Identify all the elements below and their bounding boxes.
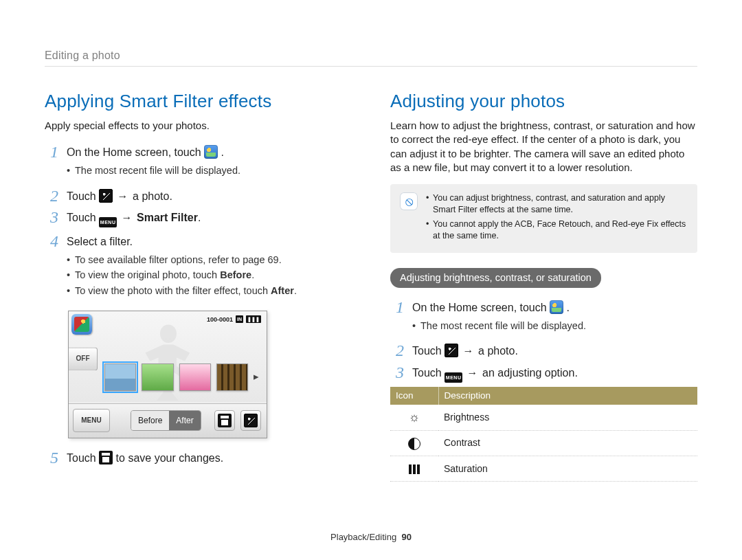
arrow-icon: → (120, 210, 134, 225)
chevron-right-icon[interactable]: ▸ (254, 370, 261, 383)
menu-icon: MENU (99, 217, 117, 227)
note-1: You can adjust brightness, contrast, and… (426, 192, 688, 216)
two-column-layout: Applying Smart Filter effects Apply spec… (45, 89, 697, 482)
brightness-icon (409, 410, 420, 424)
page-number: 90 (401, 532, 411, 542)
note-box: ⦸ You can adjust brightness, contrast, a… (390, 184, 697, 253)
saturation-icon (409, 464, 420, 474)
picture-icon (445, 344, 458, 357)
filter-thumbnails: ▸ (104, 361, 261, 394)
table-row: Saturation (390, 456, 697, 481)
save-icon (99, 451, 113, 464)
step-1: 1 On the Home screen, touch . The most r… (45, 142, 352, 181)
filter-thumb-3[interactable] (179, 363, 211, 391)
r-step-1-sub: The most recent file will be displayed. (412, 320, 697, 333)
menu-icon: MENU (445, 372, 462, 383)
section-title: Editing a photo (45, 48, 120, 63)
arrow-icon: → (116, 189, 130, 204)
step-4-sub2: To view the original photo, touch Before… (67, 269, 352, 282)
note-icon: ⦸ (400, 192, 418, 210)
r-step-3: 3 Touch MENU → an adjusting option. (390, 363, 697, 383)
filter-thumb-1[interactable] (104, 363, 136, 391)
save-button[interactable] (214, 410, 235, 431)
step-3: 3 Touch MENU → Smart Filter. (45, 208, 352, 227)
filter-thumb-4[interactable] (216, 363, 248, 391)
step-2: 2 Touch → a photo. (45, 186, 352, 204)
menu-button[interactable]: MENU (73, 409, 110, 432)
filter-thumb-2[interactable] (142, 363, 173, 391)
camera-ui-figure: 100-0001 IN ❚❚❚ OFF ▸ MENU (68, 311, 267, 438)
right-column: Adjusting your photos Learn how to adjus… (390, 89, 697, 482)
expand-button[interactable] (240, 410, 261, 431)
col-icon: Icon (390, 387, 438, 405)
adjustment-icon-table: Icon Description Brightness Contrast Sat… (390, 387, 697, 482)
in-badge: IN (236, 315, 243, 323)
r-step-1: 1 On the Home screen, touch . The most r… (390, 298, 697, 337)
after-tab[interactable]: After (169, 411, 200, 430)
r-step-2: 2 Touch → a photo. (390, 341, 697, 359)
left-steps-2: 5 Touch to save your changes. (45, 448, 352, 466)
table-row: Brightness (390, 405, 697, 430)
contrast-icon (408, 438, 420, 450)
footer-section: Playback/Editing (330, 532, 396, 542)
app-corner-icon (71, 314, 92, 335)
right-steps: 1 On the Home screen, touch . The most r… (390, 298, 697, 383)
subsection-pill: Adjusting brightness, contrast, or satur… (390, 268, 601, 289)
save-icon (218, 414, 232, 427)
off-button[interactable]: OFF (69, 347, 98, 370)
col-description: Description (438, 387, 697, 405)
photo-editor-app-icon (550, 300, 563, 314)
step-1-sub: The most recent file will be displayed. (67, 164, 352, 178)
divider (45, 66, 697, 67)
before-after-toggle[interactable]: Before After (131, 410, 201, 431)
arrow-icon: → (462, 344, 475, 359)
step-4: 4 Select a filter. To see available filt… (45, 232, 352, 302)
left-column: Applying Smart Filter effects Apply spec… (45, 89, 352, 482)
left-steps: 1 On the Home screen, touch . The most r… (45, 142, 352, 302)
left-heading: Applying Smart Filter effects (45, 89, 352, 113)
battery-icon: ❚❚❚ (246, 315, 261, 323)
picture-icon (99, 189, 113, 203)
footer: Playback/Editing 90 (0, 531, 742, 544)
right-heading: Adjusting your photos (390, 89, 697, 113)
right-intro: Learn how to adjust the brightness, cont… (390, 119, 697, 175)
left-intro: Apply special effects to your photos. (45, 119, 352, 133)
file-counter: 100-0001 IN ❚❚❚ (207, 315, 261, 324)
before-tab[interactable]: Before (131, 411, 169, 430)
note-2: You cannot apply the ACB, Face Retouch, … (426, 219, 688, 242)
picture-icon (244, 414, 258, 427)
arrow-icon: → (466, 366, 480, 381)
photo-editor-app-icon (204, 145, 218, 159)
step-5: 5 Touch to save your changes. (45, 448, 352, 466)
step-4-sub3: To view the photo with the filter effect… (67, 284, 352, 298)
table-row: Contrast (390, 430, 697, 456)
step-4-sub1: To see available filter options, refer t… (67, 254, 352, 267)
